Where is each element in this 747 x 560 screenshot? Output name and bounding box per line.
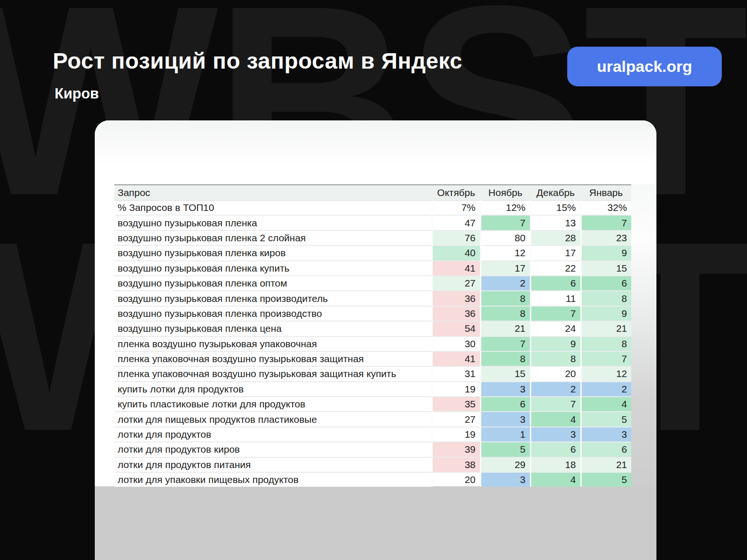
query-cell: воздушно пузырьковая пленка киров — [114, 245, 432, 260]
value-cell: 47 — [432, 215, 480, 230]
value-cell: 3 — [530, 427, 581, 442]
query-cell: лотки для продуктов питания — [114, 457, 432, 472]
value-cell: 21 — [581, 321, 631, 336]
value-cell: 5 — [480, 442, 530, 457]
value-cell: 7 — [581, 215, 631, 230]
value-cell: 3 — [480, 412, 530, 427]
query-cell: купить лотки для продуктов — [114, 382, 432, 397]
screenshot-card: Запрос ОктябрьНоябрьДекабрьЯнварь % Запр… — [95, 120, 656, 560]
value-cell: 8 — [581, 291, 631, 306]
value-cell: 41 — [432, 351, 480, 366]
value-cell: 20 — [530, 366, 581, 381]
table-row: воздушно пузырьковая пленка477137 — [114, 215, 631, 230]
value-cell: 6 — [480, 397, 530, 412]
table-row: купить лотки для продуктов19322 — [114, 382, 631, 397]
value-cell: 15% — [530, 200, 581, 215]
value-cell: 5 — [581, 412, 631, 427]
page-subtitle: Киров — [55, 85, 99, 102]
positions-table-wrap: Запрос ОктябрьНоябрьДекабрьЯнварь % Запр… — [114, 184, 631, 487]
value-cell: 38 — [432, 457, 480, 472]
value-cell: 76 — [432, 231, 480, 245]
value-cell: 13 — [530, 215, 581, 230]
value-cell: 15 — [581, 261, 631, 276]
card-right-backdrop — [631, 184, 656, 486]
value-cell: 39 — [432, 442, 480, 457]
value-cell: 7 — [530, 306, 581, 321]
query-cell: пленка воздушно пузырьковая упаковочная — [114, 336, 432, 351]
query-cell: воздушно пузырьковая пленка купить — [114, 261, 432, 276]
value-cell: 12 — [581, 366, 631, 381]
value-cell: 28 — [530, 231, 581, 245]
table-row: воздушно пузырьковая пленка оптом27266 — [114, 276, 631, 291]
value-cell: 20 — [432, 472, 480, 487]
query-cell: воздушно пузырьковая пленка 2 слойная — [114, 231, 432, 245]
value-cell: 40 — [432, 245, 480, 260]
column-header-month: Январь — [581, 185, 631, 200]
value-cell: 4 — [581, 397, 631, 412]
positions-table: Запрос ОктябрьНоябрьДекабрьЯнварь % Запр… — [114, 184, 631, 487]
table-row: воздушно пузырьковая пленка цена54212421 — [114, 321, 631, 336]
table-header-row: Запрос ОктябрьНоябрьДекабрьЯнварь — [114, 185, 631, 200]
value-cell: 3 — [581, 427, 631, 442]
query-cell: воздушно пузырьковая пленка производител… — [114, 291, 432, 306]
value-cell: 36 — [432, 306, 480, 321]
value-cell: 24 — [530, 321, 581, 336]
card-bottom-backdrop — [95, 486, 656, 560]
value-cell: 9 — [581, 306, 631, 321]
table-row: лотки для пищевых продуктов пластиковые2… — [114, 412, 631, 427]
page-title: Рост позиций по запросам в Яндекс — [53, 48, 462, 74]
value-cell: 2 — [480, 276, 530, 291]
value-cell: 17 — [530, 245, 581, 260]
table-body: % Запросов в ТОП107%12%15%32%воздушно пу… — [114, 200, 631, 487]
value-cell: 80 — [480, 231, 530, 245]
column-header-month: Декабрь — [530, 185, 581, 200]
query-cell: воздушно пузырьковая пленка цена — [114, 321, 432, 336]
query-cell: лотки для продуктов киров — [114, 442, 432, 457]
table-row: воздушно пузырьковая пленка производител… — [114, 291, 631, 306]
table-row: лотки для упаковки пищевых продуктов2034… — [114, 472, 631, 487]
value-cell: 9 — [530, 336, 581, 351]
table-row: % Запросов в ТОП107%12%15%32% — [114, 200, 631, 215]
value-cell: 35 — [432, 397, 480, 412]
value-cell: 19 — [432, 427, 480, 442]
value-cell: 17 — [480, 261, 530, 276]
site-badge[interactable]: uralpack.org — [567, 47, 722, 86]
value-cell: 8 — [581, 336, 631, 351]
value-cell: 3 — [480, 472, 530, 487]
card-top-tint — [95, 120, 656, 165]
value-cell: 7% — [432, 200, 480, 215]
value-cell: 32% — [581, 200, 631, 215]
value-cell: 1 — [480, 427, 530, 442]
value-cell: 12 — [480, 245, 530, 260]
table-row: лотки для продуктов киров39566 — [114, 442, 631, 457]
table-row: пленка упаковочная воздушно пузырьковая … — [114, 351, 631, 366]
value-cell: 29 — [480, 457, 530, 472]
value-cell: 7 — [480, 336, 530, 351]
query-cell: лотки для пищевых продуктов пластиковые — [114, 412, 432, 427]
value-cell: 2 — [581, 382, 631, 397]
value-cell: 19 — [432, 382, 480, 397]
table-row: воздушно пузырьковая пленка киров4012179 — [114, 245, 631, 260]
value-cell: 9 — [581, 245, 631, 260]
value-cell: 8 — [530, 351, 581, 366]
value-cell: 23 — [581, 231, 631, 245]
value-cell: 7 — [530, 397, 581, 412]
value-cell: 31 — [432, 366, 480, 381]
value-cell: 7 — [581, 351, 631, 366]
query-cell: пленка упаковочная воздушно пузырьковая … — [114, 366, 432, 381]
query-cell: лотки для упаковки пищевых продуктов — [114, 472, 432, 487]
table-row: купить пластиковые лотки для продуктов35… — [114, 397, 631, 412]
value-cell: 2 — [530, 382, 581, 397]
value-cell: 6 — [530, 442, 581, 457]
value-cell: 7 — [480, 215, 530, 230]
column-header-month: Октябрь — [432, 185, 480, 200]
query-cell: воздушно пузырьковая пленка — [114, 215, 432, 230]
value-cell: 21 — [581, 457, 631, 472]
table-row: пленка упаковочная воздушно пузырьковая … — [114, 366, 631, 381]
query-cell: % Запросов в ТОП10 — [114, 200, 432, 215]
table-row: воздушно пузырьковая пленка 2 слойная768… — [114, 231, 631, 245]
value-cell: 4 — [530, 472, 581, 487]
table-row: пленка воздушно пузырьковая упаковочная3… — [114, 336, 631, 351]
value-cell: 54 — [432, 321, 480, 336]
value-cell: 12% — [480, 200, 530, 215]
